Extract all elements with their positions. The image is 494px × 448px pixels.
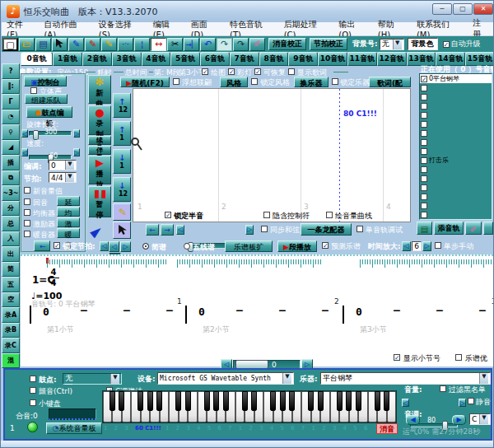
instrument-row-8[interactable] [420, 147, 492, 156]
mute-fix-button[interactable]: 消音校正 [268, 38, 306, 50]
speed-left-arrow[interactable]: ◁ [21, 148, 28, 156]
volume-curve-checkbox[interactable] [326, 212, 333, 218]
track-tab-0[interactable]: 0音轨 [21, 52, 53, 66]
track-tab-4[interactable]: 4音轨 [142, 52, 171, 66]
drum-edit-button[interactable]: ☗鼓点编辑 [26, 106, 72, 118]
brush-tool[interactable]: ✐ [249, 38, 265, 51]
score-sheet[interactable]: 1=C 4 4 ♩=100 音轨号: 0 平台钢琴 0———1第1小节0———2… [21, 254, 493, 366]
melody-length-slider[interactable]: 300 [29, 131, 72, 136]
hslider-right-arrow[interactable]: ▷ [245, 225, 254, 235]
instrument-select[interactable]: 平台钢琴▼ [320, 372, 491, 385]
black-key-0[interactable] [110, 391, 115, 411]
lock-semitone-checkbox[interactable] [165, 212, 171, 218]
lock-beat-left-arrow[interactable]: ◁ [100, 241, 109, 251]
accompany-button[interactable]: 伴奏 [88, 146, 111, 155]
strip-item-6[interactable]: 插 [2, 155, 20, 170]
instrument-row-10[interactable] [420, 165, 492, 174]
strip-item-14[interactable]: 五 [2, 277, 20, 292]
pitch-minus-button[interactable]: ◀ [406, 415, 420, 425]
mute-checkbox[interactable] [468, 398, 474, 404]
piano-keyboard[interactable] [102, 390, 397, 423]
track-tab-12[interactable]: 12音轨 [377, 52, 407, 66]
black-key-12[interactable] [223, 391, 229, 411]
auto-upgrade-checkbox[interactable] [443, 41, 450, 48]
bg-color-button[interactable]: 背景色 [408, 38, 438, 50]
strip-item-0[interactable]: ? [2, 63, 20, 79]
style-button[interactable]: 风格 [220, 77, 248, 87]
instrument-row-3[interactable] [420, 101, 492, 110]
black-key-17[interactable] [270, 391, 276, 411]
instrument-checkbox-6[interactable] [421, 130, 427, 137]
instrument-row-11[interactable] [420, 174, 492, 183]
strip-item-18[interactable]: 录C [2, 338, 20, 353]
black-key-4[interactable] [147, 391, 153, 411]
fancy-checkbox[interactable] [173, 78, 179, 85]
strip-item-3[interactable]: ◔ [2, 110, 20, 125]
track-tab-11[interactable]: 11音轨 [347, 52, 377, 66]
black-key-29[interactable] [384, 391, 389, 411]
single-track-debug-checkbox[interactable] [357, 226, 363, 232]
instrument-row-14[interactable] [420, 201, 492, 210]
instrument-checkbox-14[interactable] [421, 203, 427, 209]
single-step-checkbox[interactable] [435, 242, 441, 249]
back-arrow-button[interactable]: ← [34, 240, 50, 251]
show-lyrics-checkbox[interactable] [288, 68, 295, 75]
instrument-row-7[interactable] [420, 138, 492, 147]
maximize-button[interactable]: ▢ [453, 3, 473, 15]
show-bar-number-checkbox[interactable] [394, 354, 400, 361]
echo-checkbox[interactable] [24, 198, 30, 205]
instrument-row-2[interactable] [420, 92, 492, 101]
track-tab-9[interactable]: 9音轨 [288, 52, 318, 66]
black-key-5[interactable] [156, 391, 162, 411]
bg-number-select[interactable]: 无▼ [380, 39, 404, 50]
pencil-tool[interactable]: ✎ [101, 38, 117, 51]
track-tab-10[interactable]: 10音轨 [318, 52, 347, 66]
strip-item-2[interactable]: Γ [2, 94, 20, 110]
console-button[interactable]: ▣控制台 [24, 76, 67, 86]
instrument-row-12[interactable] [420, 183, 492, 192]
sync-chord-checkbox[interactable] [261, 226, 268, 232]
instrument-row-9[interactable]: 打击乐 [420, 156, 492, 165]
track-tab-5[interactable]: 5音轨 [170, 52, 200, 66]
scroll-left-button[interactable]: ← [146, 224, 159, 236]
black-key-8[interactable] [185, 391, 191, 411]
instrument-checkbox-0[interactable] [421, 76, 427, 82]
meter-select[interactable]: 4/4▼ [49, 172, 77, 183]
instrument-checkbox-15[interactable] [421, 212, 427, 218]
instrument-row-6[interactable] [420, 128, 492, 138]
score-page-right[interactable]: ▷ [120, 241, 131, 252]
lights-checkbox[interactable] [228, 68, 235, 75]
track-tab-3[interactable]: 3音轨 [112, 52, 142, 66]
instrument-checkbox-8[interactable] [421, 148, 427, 155]
exciter-button[interactable]: 激励 [57, 217, 80, 227]
black-key-7[interactable] [175, 391, 181, 411]
device-select[interactable]: Microsoft GS Wavetable Synth▼ [157, 372, 294, 385]
record-button[interactable]: ●录制 [88, 105, 111, 135]
instrument-row-4[interactable] [420, 110, 492, 119]
strip-item-5[interactable]: ◢ [2, 140, 20, 156]
strip-item-9[interactable]: 分 [2, 201, 20, 217]
drum-select[interactable]: 无▼ [63, 373, 122, 385]
chevron-down-icon[interactable]: ▼ [479, 373, 488, 384]
score-expand-button[interactable]: 乐谱板扩展↓ [225, 240, 273, 252]
pen-red-tool[interactable]: ✎ [85, 38, 100, 51]
pitch-plus-button[interactable]: ▶ [452, 415, 466, 425]
instrument-checkbox-10[interactable] [421, 166, 427, 173]
instrument-row-5[interactable] [420, 119, 492, 128]
pitch-down-12-button[interactable]: ↓12 [113, 177, 131, 202]
volume-left-arrow[interactable]: ◁ [402, 399, 409, 407]
warm-checkbox[interactable] [24, 231, 30, 237]
strip-item-19[interactable]: 混 [2, 353, 20, 369]
vibrato-checkbox[interactable] [30, 387, 36, 394]
strip-item-15[interactable]: 空 [2, 292, 20, 308]
score-optimize-checkbox[interactable] [455, 354, 462, 361]
black-key-3[interactable] [137, 391, 143, 411]
new-file-button[interactable]: ▢ [2, 38, 18, 51]
track-tab-2[interactable]: 2音轨 [82, 52, 112, 66]
close-button[interactable]: ✕ [473, 3, 493, 15]
time-zoom-plus[interactable]: ▷ [422, 241, 431, 251]
instrument-checkbox-3[interactable] [421, 103, 427, 110]
pause-button[interactable]: ▮▮暂停 [88, 186, 111, 217]
new-song-button[interactable]: ✻新曲 [88, 75, 111, 104]
strip-item-4[interactable]: ⚲ [2, 124, 20, 140]
